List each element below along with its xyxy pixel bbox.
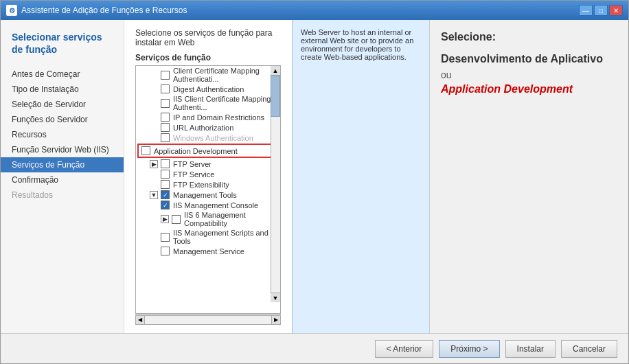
anterior-button[interactable]: < Anterior [375, 340, 434, 358]
sidebar-item-resultados: Resultados [1, 187, 124, 203]
checkbox-mgmt[interactable] [161, 190, 170, 199]
close-button[interactable]: ✕ [609, 5, 623, 16]
tree-label-windows-auth: Windows Authentication [173, 134, 253, 142]
window-icon: ⚙ [6, 5, 17, 16]
checkbox-ip-domain[interactable] [161, 113, 170, 122]
main-content: Selecionar serviços de função Antes de C… [1, 20, 628, 333]
checkbox-ftp-ext[interactable] [161, 180, 170, 189]
sidebar-item-confirmacao[interactable]: Confirmação [1, 172, 124, 187]
sidebar-item-funcao-servidor[interactable]: Função Servidor Web (IIS) [1, 142, 124, 157]
tree-label-iis6: IIS 6 Management Compatibility [184, 211, 277, 227]
sidebar-item-servicos[interactable]: Serviços de Função [1, 157, 124, 172]
tree-item-iis-console[interactable]: IIS Management Console [136, 200, 280, 210]
tree-label-ftp-service: FTP Service [173, 170, 214, 179]
checkbox-ftp-service[interactable] [161, 170, 170, 179]
tree-label-app-dev: Application Development [154, 147, 238, 155]
tree-item-iis-scripts[interactable]: IIS Management Scripts and Tools [136, 228, 280, 246]
tree-label-url-auth: URL Authorization [173, 124, 233, 132]
tree-label-iis-scripts: IIS Management Scripts and Tools [173, 229, 277, 245]
tree-item-url-auth[interactable]: URL Authorization [136, 122, 280, 133]
maximize-button[interactable]: □ [594, 5, 608, 16]
tree-item-digest[interactable]: Digest Authentication [136, 84, 280, 94]
sidebar-item-funcoes[interactable]: Funções do Servidor [1, 112, 124, 127]
checkbox-digest[interactable] [161, 84, 170, 93]
instalar-button[interactable]: Instalar [505, 340, 556, 358]
checkbox-iis-scripts[interactable] [161, 233, 170, 242]
title-bar-left: ⚙ Assistente de Adição de Funções e Recu… [6, 5, 187, 16]
tree-item-client-cert[interactable]: Client Certificate Mapping Authenticati.… [136, 66, 280, 84]
expander-ftp[interactable]: ▶ [150, 160, 158, 168]
tree-container[interactable]: Client Certificate Mapping Authenticati.… [135, 65, 281, 314]
main-window: ⚙ Assistente de Adição de Funções e Recu… [0, 0, 629, 364]
overlay-panel: Selecione: Desenvolvimento de Aplicativo… [429, 20, 628, 333]
tree-label-client-cert: Client Certificate Mapping Authenticati.… [173, 67, 277, 83]
checkbox-iis-console[interactable] [161, 201, 170, 209]
overlay-english-text: Application Development [441, 83, 617, 95]
checkbox-iis6[interactable] [172, 215, 181, 224]
checkbox-url-auth[interactable] [161, 123, 170, 132]
center-instruction: Selecione os serviços de função para ins… [135, 28, 281, 47]
tree-label-iis-cert: IIS Client Certificate Mapping Authenti.… [173, 95, 277, 111]
checkbox-windows-auth[interactable] [161, 133, 170, 142]
scroll-down-btn[interactable]: ▼ [271, 293, 280, 302]
tree-item-windows-auth[interactable]: Windows Authentication [136, 133, 280, 143]
checkbox-mgmt-service[interactable] [161, 247, 170, 255]
title-bar: ⚙ Assistente de Adição de Funções e Recu… [1, 1, 628, 20]
tree-item-iis-cert[interactable]: IIS Client Certificate Mapping Authenti.… [136, 94, 280, 112]
tree-item-iis6-compat[interactable]: ▶ IIS 6 Management Compatibility [136, 210, 280, 228]
info-text: Web Server to host an internal or extern… [301, 28, 421, 61]
overlay-select-label: Selecione: [441, 31, 617, 43]
proximo-button[interactable]: Próximo > [439, 340, 499, 358]
scroll-thumb[interactable] [271, 76, 280, 117]
checkbox-ftp[interactable] [161, 159, 170, 168]
tree-item-ftp-ext[interactable]: FTP Extensibility [136, 179, 280, 190]
overlay-portuguese-text: Desenvolvimento de Aplicativo [441, 52, 617, 67]
scrollbar-track[interactable]: ▲ ▼ [271, 66, 280, 302]
overlay-or-text: ou [441, 69, 617, 80]
minimize-button[interactable]: — [579, 5, 593, 16]
tree-label-ftp: FTP Server [173, 160, 211, 168]
tree-label-digest: Digest Authentication [173, 85, 244, 93]
sidebar-item-tipo[interactable]: Tipo de Instalação [1, 82, 124, 97]
sidebar: Selecionar serviços de função Antes de C… [1, 20, 124, 333]
checkbox-client-cert[interactable] [161, 71, 170, 80]
scroll-track[interactable] [145, 315, 271, 325]
title-bar-controls: — □ ✕ [579, 5, 623, 16]
tree-label-mgmt-service: Management Service [173, 247, 244, 255]
tree-item-ftp-service[interactable]: FTP Service [136, 169, 280, 179]
expander-iis6[interactable]: ▶ [161, 215, 169, 223]
tree-label-ftp-ext: FTP Extensibility [173, 181, 229, 189]
cancelar-button[interactable]: Cancelar [561, 340, 617, 358]
tree-item-mgmt-tools[interactable]: ▼ Management Tools [136, 190, 280, 200]
tree-item-mgmt-service[interactable]: Management Service [136, 246, 280, 256]
center-panel: Selecione os serviços de função para ins… [124, 20, 292, 333]
tree-item-ftp-server[interactable]: ▶ FTP Server [136, 159, 280, 169]
info-panel: Web Server to host an internal or extern… [292, 20, 429, 333]
services-label: Serviços de função [135, 53, 281, 62]
tree-label-ip-domain: IP and Domain Restrictions [173, 113, 264, 122]
sidebar-item-recursos[interactable]: Recursos [1, 127, 124, 142]
expander-mgmt[interactable]: ▼ [150, 191, 158, 199]
title-bar-title: Assistente de Adição de Funções e Recurs… [21, 5, 187, 15]
sidebar-item-antes[interactable]: Antes de Começar [1, 67, 124, 82]
scroll-up-btn[interactable]: ▲ [271, 66, 280, 76]
sidebar-item-selecao[interactable]: Seleção de Servidor [1, 97, 124, 112]
tree-item-ip-domain[interactable]: IP and Domain Restrictions [136, 112, 280, 122]
checkbox-app-dev[interactable] [141, 146, 150, 155]
scroll-right-btn[interactable]: ▶ [271, 315, 281, 325]
sidebar-title: Selecionar serviços de função [1, 31, 124, 67]
horizontal-scrollbar[interactable]: ◀ ▶ [135, 314, 281, 325]
checkbox-iis-cert[interactable] [161, 99, 170, 108]
tree-label-mgmt: Management Tools [173, 191, 237, 199]
tree-label-iis-console: IIS Management Console [173, 201, 258, 209]
bottom-bar: < Anterior Próximo > Instalar Cancelar [1, 333, 628, 363]
scroll-left-btn[interactable]: ◀ [135, 315, 145, 325]
tree-item-app-dev[interactable]: Application Development [137, 144, 279, 158]
